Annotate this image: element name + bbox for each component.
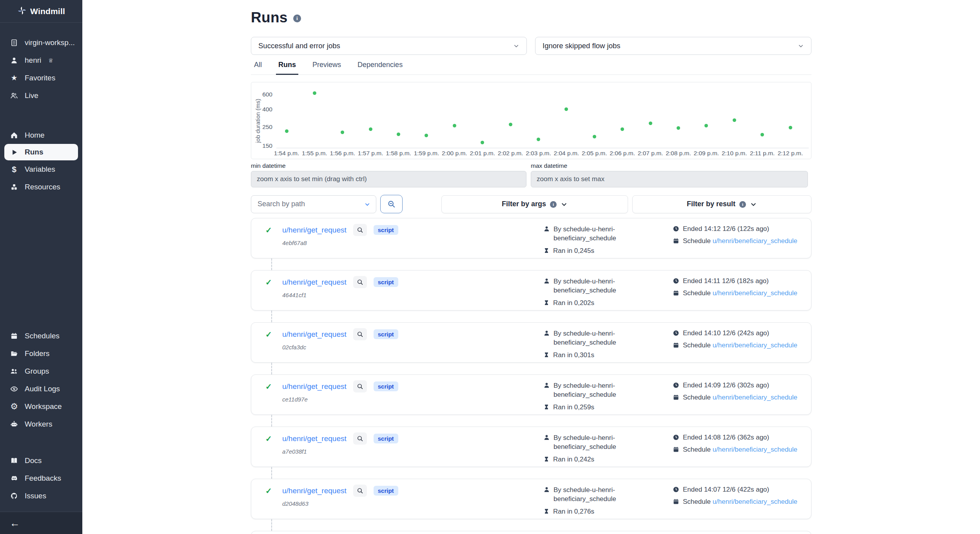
tab-all[interactable]: All (252, 61, 264, 74)
success-check-icon: ✓ (265, 278, 273, 287)
run-card[interactable]: ✓ u/henri/get_request script 46441cf1 By… (251, 270, 811, 311)
tab-dependencies[interactable]: Dependencies (355, 61, 405, 74)
schedule-link[interactable]: u/henri/beneficiary_schedule (713, 237, 797, 245)
inspect-run-button[interactable] (353, 276, 367, 288)
filter-by-result-button[interactable]: Filter by result i (632, 195, 811, 213)
run-duration-dot[interactable] (593, 135, 596, 138)
chevron-down-icon (561, 201, 568, 208)
search-by-path-select[interactable]: Search by path (251, 195, 376, 213)
sidebar-item-folders[interactable]: Folders (0, 345, 82, 362)
skipped-flow-select[interactable]: Ignore skipped flow jobs (535, 37, 811, 55)
run-duration: Ran in 0,245s (553, 247, 594, 255)
schedule-link[interactable]: u/henri/beneficiary_schedule (713, 394, 797, 401)
sidebar-item-feedbacks[interactable]: Feedbacks (0, 469, 82, 487)
sidebar-item-resources[interactable]: Resources (0, 178, 82, 196)
sidebar-item-favorites[interactable]: ★ Favorites (0, 69, 82, 87)
run-path-link[interactable]: u/henri/get_request (282, 434, 347, 443)
sidebar-item-schedules[interactable]: Schedules (0, 327, 82, 345)
hourglass-icon (543, 352, 550, 360)
sidebar-item-user[interactable]: henri ♕ (0, 51, 82, 69)
collapse-sidebar-icon[interactable]: ← (10, 518, 20, 528)
run-duration: Ran in 0,242s (553, 456, 594, 463)
run-path-link[interactable]: u/henri/get_request (282, 382, 347, 391)
chart-x-tick: 2:01 p.m. (470, 150, 495, 157)
schedule-link[interactable]: u/henri/beneficiary_schedule (713, 446, 797, 453)
run-duration-dot[interactable] (481, 141, 484, 144)
user-icon (543, 382, 550, 391)
sidebar-item-issues[interactable]: Issues (0, 487, 82, 505)
run-duration-dot[interactable] (285, 129, 289, 133)
run-path-link[interactable]: u/henri/get_request (282, 278, 347, 287)
clock-icon (673, 486, 679, 495)
run-duration-dot[interactable] (453, 124, 456, 127)
clock-icon (673, 434, 679, 443)
run-card[interactable]: ✓ u/henri/get_request script ce11d97e By… (251, 374, 811, 415)
sidebar-item-groups[interactable]: Groups (0, 362, 82, 380)
user-icon (543, 434, 550, 443)
sidebar-item-variables[interactable]: $ Variables (0, 160, 82, 178)
duration-scatter-chart[interactable]: job duration (ms) 6004002501501:54 p.m.1… (251, 82, 811, 159)
run-path-link[interactable]: u/henri/get_request (282, 487, 347, 495)
run-duration-dot[interactable] (425, 134, 428, 137)
run-duration-dot[interactable] (621, 127, 624, 131)
sidebar-item-audit-logs[interactable]: Audit Logs (0, 380, 82, 398)
tab-previews[interactable]: Previews (310, 61, 343, 74)
run-duration-dot[interactable] (369, 127, 372, 131)
run-card[interactable]: ✓ u/henri/get_request script 4ebf67a8 By… (251, 218, 811, 258)
sidebar-item-live[interactable]: Live (0, 87, 82, 104)
sidebar-collapse-bar: ← (0, 512, 82, 534)
inspect-run-button[interactable] (353, 328, 367, 340)
chart-x-tick: 2:11 p.m. (750, 150, 775, 157)
run-duration-dot[interactable] (789, 126, 792, 129)
sidebar-item-docs[interactable]: Docs (0, 452, 82, 469)
run-connector-line (271, 363, 811, 374)
sidebar-item-workspace[interactable]: virgin-worksp... (0, 34, 82, 51)
inspect-run-button[interactable] (353, 485, 367, 497)
run-card[interactable]: ✓ u/henri/get_request script 02cfa3dc By… (251, 322, 811, 363)
sidebar-item-workspace-settings[interactable]: ⚙ Workspace (0, 398, 82, 415)
run-duration-dot[interactable] (733, 118, 736, 122)
brand-name: Windmill (30, 7, 65, 16)
job-status-select[interactable]: Successful and error jobs (251, 37, 527, 55)
run-duration-dot[interactable] (341, 131, 344, 134)
run-path-link[interactable]: u/henri/get_request (282, 330, 347, 339)
magnifier-icon (357, 227, 363, 233)
run-schedule: Schedule u/henri/beneficiary_schedule (683, 446, 797, 454)
run-duration: Ran in 0,276s (553, 508, 594, 516)
run-duration-dot[interactable] (397, 133, 400, 136)
run-card[interactable]: ✓ u/henri/get_request script By schedule… (251, 531, 811, 534)
info-icon[interactable]: i (293, 15, 301, 22)
run-duration-dot[interactable] (677, 126, 680, 130)
tab-runs[interactable]: Runs (276, 61, 298, 75)
run-card[interactable]: ✓ u/henri/get_request script a7e038f1 By… (251, 427, 811, 467)
run-duration-dot[interactable] (649, 122, 652, 125)
run-duration-dot[interactable] (704, 124, 708, 127)
sidebar-item-runs[interactable]: Runs (4, 144, 78, 160)
search-button[interactable] (380, 195, 403, 213)
min-datetime-input[interactable] (251, 171, 526, 187)
sidebar-item-workers[interactable]: Workers (0, 415, 82, 433)
success-check-icon: ✓ (265, 434, 273, 443)
run-path-link[interactable]: u/henri/get_request (282, 226, 347, 234)
sidebar-item-home[interactable]: Home (0, 126, 82, 144)
inspect-run-button[interactable] (353, 380, 367, 392)
run-triggered-by: By schedule-u-henri-beneficiary_schedule (554, 329, 616, 347)
inspect-run-button[interactable] (353, 432, 367, 445)
schedule-link[interactable]: u/henri/beneficiary_schedule (713, 341, 797, 349)
schedule-link[interactable]: u/henri/beneficiary_schedule (713, 289, 797, 297)
run-duration-dot[interactable] (537, 138, 540, 141)
brand[interactable]: Windmill (0, 0, 82, 23)
run-card[interactable]: ✓ u/henri/get_request script d2048d63 By… (251, 479, 811, 519)
run-duration-dot[interactable] (760, 133, 764, 136)
run-duration-dot[interactable] (564, 107, 568, 111)
filter-by-args-button[interactable]: Filter by args i (441, 195, 628, 213)
run-duration-dot[interactable] (313, 91, 316, 95)
max-datetime-input[interactable] (531, 171, 808, 187)
inspect-run-button[interactable] (353, 224, 367, 236)
job-kind-badge: script (374, 329, 398, 339)
schedule-link[interactable]: u/henri/beneficiary_schedule (713, 498, 797, 505)
run-schedule: Schedule u/henri/beneficiary_schedule (683, 341, 797, 349)
chart-x-tick: 2:04 p.m. (554, 150, 579, 157)
run-duration-dot[interactable] (509, 123, 512, 126)
folder-icon (10, 350, 18, 358)
